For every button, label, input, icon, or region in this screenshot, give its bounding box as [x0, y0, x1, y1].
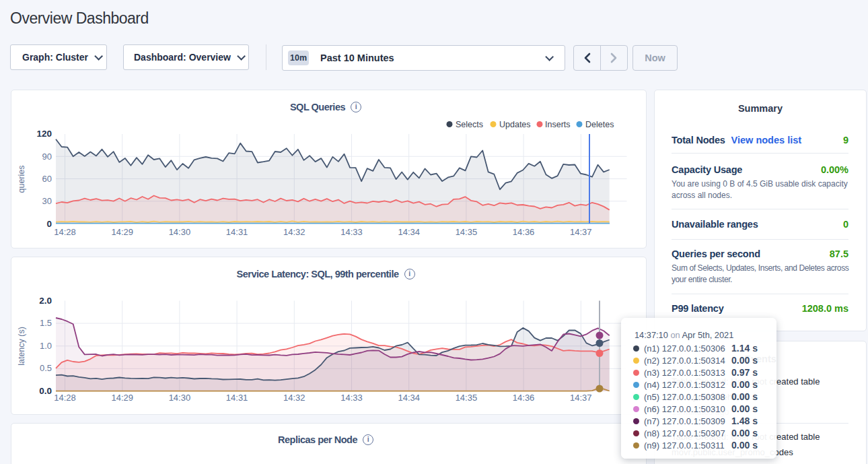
svg-text:2.0: 2.0 [39, 296, 52, 306]
svg-text:30: 30 [42, 196, 52, 206]
svg-text:14:33: 14:33 [340, 227, 363, 237]
svg-text:queries: queries [17, 166, 26, 193]
svg-text:14:30: 14:30 [169, 393, 191, 403]
svg-text:Deletes: Deletes [585, 120, 614, 129]
svg-text:14:29: 14:29 [111, 227, 133, 237]
svg-text:14:32: 14:32 [283, 393, 305, 403]
svg-text:14:34: 14:34 [398, 227, 420, 237]
svg-text:14:31: 14:31 [226, 393, 248, 403]
svg-text:0.0: 0.0 [39, 386, 52, 396]
svg-text:14:36: 14:36 [513, 393, 535, 403]
svg-text:14:37: 14:37 [570, 227, 592, 237]
svg-text:1.5: 1.5 [40, 318, 52, 328]
svg-text:90: 90 [42, 152, 52, 162]
svg-text:Selects: Selects [456, 120, 483, 129]
svg-text:Updates: Updates [499, 120, 531, 129]
svg-text:14:32: 14:32 [283, 227, 305, 237]
svg-text:14:35: 14:35 [456, 393, 478, 403]
svg-text:14:35: 14:35 [456, 227, 478, 237]
svg-text:14:29: 14:29 [111, 393, 133, 403]
svg-text:14:34: 14:34 [398, 393, 420, 403]
svg-text:0: 0 [46, 219, 52, 229]
svg-text:latency (s): latency (s) [17, 327, 26, 366]
svg-text:14:28: 14:28 [54, 227, 76, 237]
svg-text:Inserts: Inserts [545, 120, 571, 129]
svg-text:14:30: 14:30 [169, 227, 191, 237]
svg-text:14:33: 14:33 [340, 393, 363, 403]
svg-text:0.5: 0.5 [40, 363, 52, 373]
svg-text:120: 120 [36, 129, 52, 139]
svg-text:60: 60 [42, 174, 52, 184]
svg-text:14:28: 14:28 [54, 393, 76, 403]
svg-text:14:37: 14:37 [570, 393, 592, 403]
svg-text:14:31: 14:31 [226, 227, 248, 237]
svg-text:1.0: 1.0 [40, 341, 52, 351]
svg-text:14:36: 14:36 [513, 227, 535, 237]
